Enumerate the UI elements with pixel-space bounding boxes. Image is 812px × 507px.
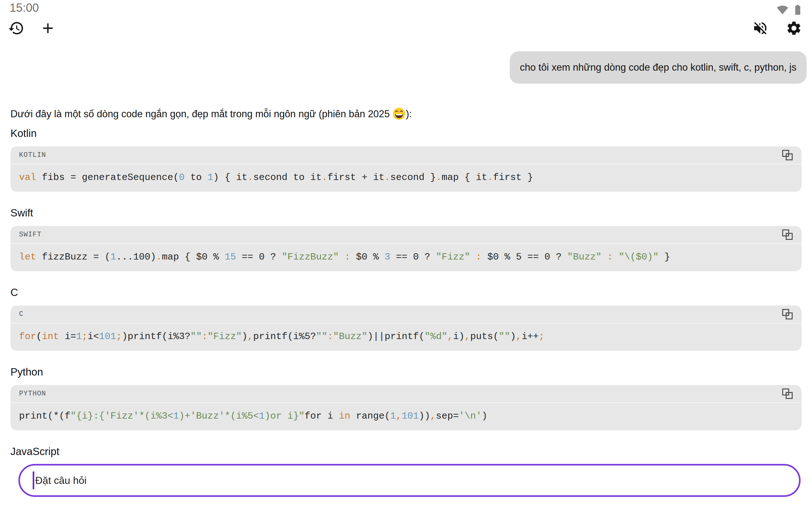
code-block-header: C (10, 305, 802, 324)
code-language-label: KOTLIN (19, 151, 46, 159)
code-language-label: PYTHON (19, 390, 46, 398)
assistant-intro: Dưới đây là một số dòng code ngắn gọn, đ… (10, 107, 802, 121)
text-cursor (33, 471, 34, 489)
section-heading-kotlin: Kotlin (10, 126, 802, 141)
mute-button[interactable] (752, 20, 769, 37)
status-icons (776, 1, 804, 16)
copy-button[interactable] (781, 308, 794, 321)
status-bar: 15:00 (0, 0, 812, 17)
history-icon (8, 20, 24, 37)
code-line: val fibs = generateSequence(0 to 1) { it… (10, 164, 802, 192)
intro-text-suffix: ): (406, 108, 412, 119)
section-heading-javascript: JavaScript (10, 444, 802, 459)
question-input[interactable]: Đặt câu hỏi (18, 464, 801, 497)
status-time: 15:00 (9, 1, 39, 14)
input-placeholder: Đặt câu hỏi (35, 475, 87, 487)
code-block-header: PYTHON (10, 385, 802, 403)
battery-icon (792, 4, 804, 16)
section-heading-python: Python (10, 365, 802, 379)
section-heading-c: C (10, 285, 802, 300)
plus-icon (40, 20, 56, 37)
code-block-header: KOTLIN (10, 147, 802, 164)
code-language-label: SWIFT (19, 231, 42, 239)
intro-text-prefix: Dưới đây là một số dòng code ngắn gọn, đ… (10, 108, 392, 119)
settings-button[interactable] (785, 20, 803, 37)
user-message-bubble: cho tôi xem những dòng code đẹp cho kotl… (510, 51, 807, 83)
code-block-swift: SWIFT let fizzBuzz = (1...100).map { $0 … (10, 226, 802, 271)
code-block-kotlin: KOTLIN val fibs = generateSequence(0 to … (10, 147, 802, 192)
code-line: let fizzBuzz = (1...100).map { $0 % 15 =… (10, 244, 802, 271)
code-language-label: C (19, 310, 23, 318)
copy-button[interactable] (781, 149, 794, 162)
gear-icon (786, 20, 802, 37)
chat-area: cho tôi xem những dòng code đẹp cho kotl… (0, 51, 812, 459)
toolbar (0, 17, 812, 37)
code-block-header: SWIFT (10, 226, 802, 244)
user-message-text: cho tôi xem những dòng code đẹp cho kotl… (520, 62, 797, 73)
copy-button[interactable] (781, 228, 794, 241)
copy-button[interactable] (781, 388, 794, 400)
code-line: for(int i=1;i<101;)printf(i%3?"":"Fizz")… (10, 324, 802, 351)
wifi-icon (776, 4, 789, 16)
section-heading-swift: Swift (10, 206, 802, 220)
code-line: print(*(f"{i}:{'Fizz'*(i%3<1)+'Buzz'*(i%… (10, 403, 802, 430)
toolbar-left (8, 20, 56, 37)
toolbar-right (752, 20, 803, 37)
volume-off-icon (752, 20, 768, 37)
code-block-c: C for(int i=1;i<101;)printf(i%3?"":"Fizz… (10, 305, 802, 351)
new-chat-button[interactable] (39, 20, 56, 37)
grinning-emoji (393, 108, 405, 120)
emoji-mouth (395, 114, 403, 118)
history-button[interactable] (8, 20, 25, 37)
code-block-python: PYTHON print(*(f"{i}:{'Fizz'*(i%3<1)+'Bu… (10, 385, 802, 430)
